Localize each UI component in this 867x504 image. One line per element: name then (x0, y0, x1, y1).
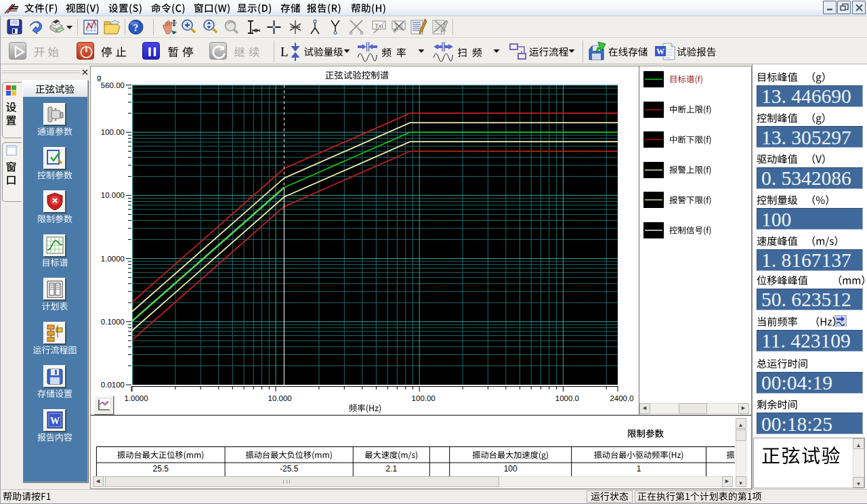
svg-text:W: W (50, 416, 60, 426)
svg-text:1.0000: 1.0000 (124, 394, 148, 402)
svg-text:100.00: 100.00 (101, 128, 125, 136)
svg-text:L: L (280, 45, 289, 59)
svg-text:2400.0: 2400.0 (610, 394, 633, 402)
svg-text:100.00: 100.00 (412, 394, 436, 402)
svg-text:1.0000: 1.0000 (101, 255, 125, 263)
svg-text:560.00: 560.00 (101, 81, 125, 89)
svg-text:10.000: 10.000 (268, 394, 292, 402)
svg-text:1000.0: 1000.0 (555, 394, 579, 402)
svg-text:0.0100: 0.0100 (101, 381, 125, 389)
svg-text:Txt: Txt (375, 22, 383, 29)
svg-text:0.1000: 0.1000 (101, 318, 125, 326)
svg-text:W: W (656, 47, 664, 56)
svg-text:10.000: 10.000 (101, 191, 125, 199)
svg-text:?: ? (133, 22, 139, 33)
svg-text:g: g (97, 73, 101, 81)
